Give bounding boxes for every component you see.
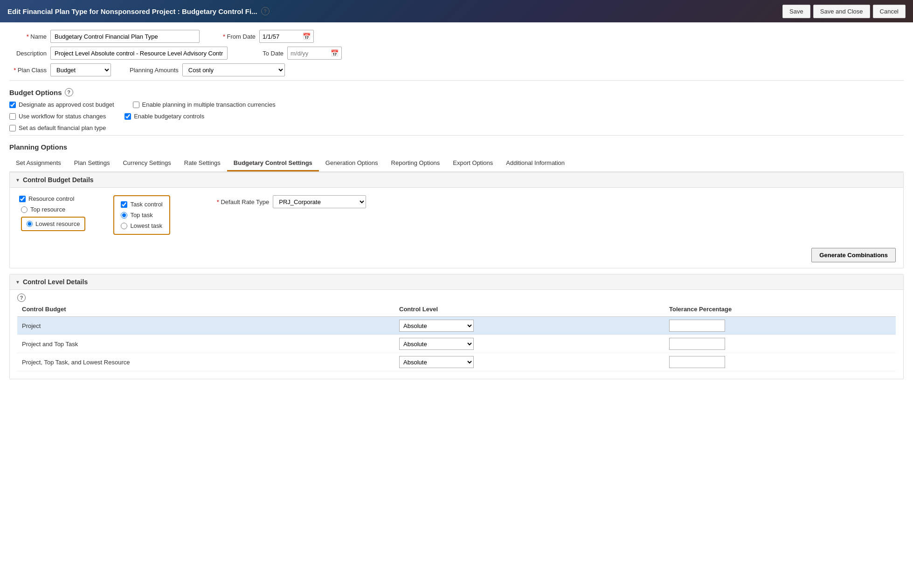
resource-control-label: Resource control <box>28 195 74 202</box>
checkbox-enable-budgetary-controls-input[interactable] <box>124 113 131 120</box>
from-date-input[interactable] <box>263 33 300 40</box>
budget-options-title: Budget Options <box>9 89 62 96</box>
task-control-checkbox[interactable]: Task control <box>121 201 162 208</box>
main-content: Name From Date 📅 Description To Date 📅 <box>0 22 913 588</box>
checkbox-default-plan-type-input[interactable] <box>9 125 16 131</box>
top-task-radio[interactable] <box>121 212 127 219</box>
form-row-1: Name From Date 📅 <box>9 30 904 43</box>
planning-options-header: Planning Options <box>9 143 904 151</box>
checkbox-approved-cost-budget-label: Designate as approved cost budget <box>19 101 114 108</box>
table-body: Project Absolute Advisory None <box>17 317 896 371</box>
to-date-input[interactable] <box>290 50 328 57</box>
control-options: Resource control Top resource Lowest res… <box>19 195 894 235</box>
checkbox-workflow-status[interactable]: Use workflow for status changes <box>9 113 106 120</box>
checkbox-workflow-status-input[interactable] <box>9 113 16 120</box>
lowest-resource-radio[interactable] <box>27 221 33 227</box>
checkbox-enable-budgetary-controls[interactable]: Enable budgetary controls <box>124 113 204 120</box>
tab-plan-settings[interactable]: Plan Settings <box>68 156 117 171</box>
description-input[interactable] <box>50 47 228 60</box>
checkbox-multiple-currencies[interactable]: Enable planning in multiple transaction … <box>133 101 276 108</box>
planning-amounts-select[interactable]: Cost only <box>182 63 285 76</box>
budget-options-header: Budget Options ? <box>9 88 904 96</box>
default-rate-type-select[interactable]: PRJ_Corporate <box>273 195 366 208</box>
tolerance-cell <box>664 353 896 371</box>
lowest-task-radio-item[interactable]: Lowest task <box>121 222 162 229</box>
planning-amounts-group: Planning Amounts Cost only <box>130 63 285 76</box>
tab-reporting-options[interactable]: Reporting Options <box>385 156 447 171</box>
control-level-table: Control Budget Control Level Tolerance P… <box>17 302 896 371</box>
top-task-radio-item[interactable]: Top task <box>121 212 162 219</box>
collapse-level-icon: ▼ <box>15 280 20 285</box>
resource-control-checkbox[interactable]: Resource control <box>19 195 85 202</box>
budget-options-help-icon[interactable]: ? <box>65 88 73 96</box>
generate-combinations-button[interactable]: Generate Combinations <box>811 248 896 262</box>
divider-1 <box>9 80 904 81</box>
task-control-input[interactable] <box>121 201 127 208</box>
table-row: Project Absolute Advisory None <box>17 317 896 335</box>
tolerance-cell <box>664 335 896 353</box>
top-resource-radio[interactable] <box>21 206 28 213</box>
from-date-group: From Date 📅 <box>218 30 314 43</box>
tolerance-input[interactable] <box>669 356 725 368</box>
control-level-details-body: ? Control Budget Control Level Tolerance… <box>10 290 903 379</box>
tab-currency-settings[interactable]: Currency Settings <box>116 156 177 171</box>
control-level-help-icon[interactable]: ? <box>17 294 26 302</box>
level-select[interactable]: Absolute Advisory None <box>399 320 474 332</box>
default-rate-type-group: Default Rate Type PRJ_Corporate <box>217 195 367 208</box>
planning-options-tabs: Set Assignments Plan Settings Currency S… <box>9 156 904 172</box>
tolerance-cell <box>664 317 896 335</box>
description-field-group: Description <box>9 47 228 60</box>
plan-class-select[interactable]: Budget <box>50 63 111 76</box>
lowest-resource-wrapper: Lowest resource <box>21 217 85 231</box>
checkbox-approved-cost-budget[interactable]: Designate as approved cost budget <box>9 101 114 108</box>
control-level-details-title: Control Level Details <box>23 278 88 286</box>
level-select[interactable]: Absolute Advisory None <box>399 338 474 350</box>
checkbox-default-plan-type-label: Set as default financial plan type <box>19 124 106 131</box>
checkbox-multiple-currencies-input[interactable] <box>133 102 139 108</box>
tab-rate-settings[interactable]: Rate Settings <box>178 156 227 171</box>
title-help-icon[interactable]: ? <box>261 7 270 15</box>
page-header: Edit Financial Plan Type for Nonsponsore… <box>0 0 913 22</box>
to-date-calendar-icon[interactable]: 📅 <box>331 49 339 57</box>
save-close-button[interactable]: Save and Close <box>813 5 870 18</box>
tab-budgetary-control-settings[interactable]: Budgetary Control Settings <box>227 156 319 171</box>
control-level-details-header[interactable]: ▼ Control Level Details <box>10 274 903 290</box>
budget-cell: Project, Top Task, and Lowest Resource <box>17 353 394 371</box>
level-cell: Absolute Advisory None <box>394 317 664 335</box>
checkbox-approved-cost-budget-input[interactable] <box>9 102 16 108</box>
tab-generation-options[interactable]: Generation Options <box>319 156 385 171</box>
resource-control-column: Resource control Top resource Lowest res… <box>19 195 85 231</box>
col-control-level: Control Level <box>394 302 664 317</box>
tab-additional-information[interactable]: Additional Information <box>499 156 571 171</box>
control-budget-details-title: Control Budget Details <box>23 176 94 184</box>
budget-cell: Project <box>17 317 394 335</box>
top-resource-label: Top resource <box>30 206 65 213</box>
tolerance-input[interactable] <box>669 338 725 350</box>
from-date-label: From Date <box>218 33 256 40</box>
resource-control-input[interactable] <box>19 196 26 202</box>
table-header-row: Control Budget Control Level Tolerance P… <box>17 302 896 317</box>
tab-export-options[interactable]: Export Options <box>446 156 499 171</box>
name-input[interactable] <box>50 30 200 43</box>
level-select[interactable]: Absolute Advisory None <box>399 356 474 368</box>
control-level-details-section: ▼ Control Level Details ? Control Budget… <box>9 274 904 379</box>
page-title-text: Edit Financial Plan Type for Nonsponsore… <box>7 7 257 15</box>
page-title: Edit Financial Plan Type for Nonsponsore… <box>7 7 270 15</box>
from-date-wrapper: 📅 <box>259 30 314 43</box>
top-resource-radio-item[interactable]: Top resource <box>21 206 85 213</box>
top-task-label: Top task <box>130 212 152 219</box>
lowest-task-radio[interactable] <box>121 223 127 229</box>
checkbox-default-plan-type[interactable]: Set as default financial plan type <box>9 124 106 131</box>
control-budget-details-header[interactable]: ▼ Control Budget Details <box>10 172 903 188</box>
cancel-button[interactable]: Cancel <box>873 5 906 18</box>
planning-options-title: Planning Options <box>9 143 67 151</box>
from-date-calendar-icon[interactable]: 📅 <box>303 33 311 40</box>
col-control-budget: Control Budget <box>17 302 394 317</box>
budget-options-checkboxes: Designate as approved cost budget Enable… <box>9 101 904 131</box>
form-row-3: Plan Class Budget Planning Amounts Cost … <box>9 63 904 76</box>
planning-amounts-label: Planning Amounts <box>130 67 179 74</box>
tolerance-input[interactable] <box>669 320 725 332</box>
tab-set-assignments[interactable]: Set Assignments <box>9 156 68 171</box>
checkbox-enable-budgetary-controls-label: Enable budgetary controls <box>134 113 204 120</box>
save-button[interactable]: Save <box>782 5 810 18</box>
